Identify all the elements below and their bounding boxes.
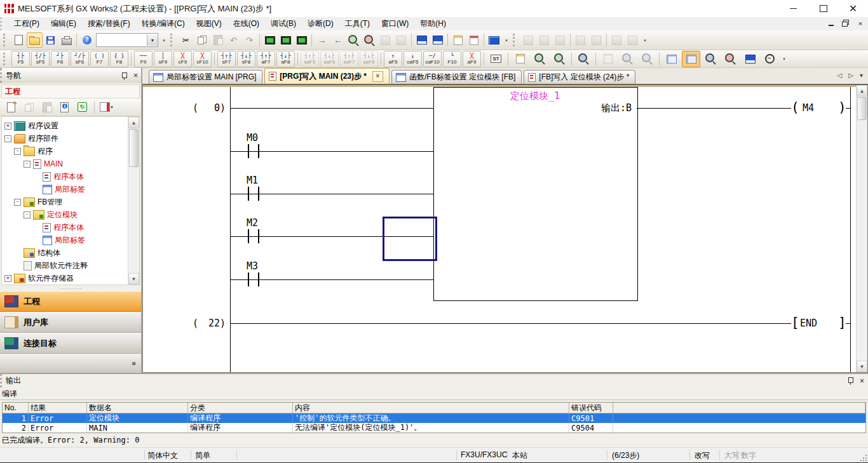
tree-item-0[interactable]: +程序设置 xyxy=(2,119,139,132)
comment-display-button[interactable] xyxy=(450,32,466,48)
device-batch-monitor-button[interactable] xyxy=(430,32,445,48)
ladder-editor-canvas[interactable]: ▲ ▼ B:启动M0B:输入1M1B:输入2M2B:输入3M3B:输入4(0)定… xyxy=(142,84,868,373)
contact-symbol[interactable] xyxy=(248,144,259,158)
document-tab-3[interactable]: [FB]写入 定位模块 (24)步 * xyxy=(524,70,635,84)
ladder-symbol-sF6-button[interactable]: ┘/├sF6 xyxy=(71,51,89,67)
note-edit-button[interactable] xyxy=(638,51,656,67)
paste-button[interactable] xyxy=(210,32,226,48)
tree-item-10[interactable]: 结构体 xyxy=(2,246,139,259)
tree-scrollbar[interactable]: ▲ ▼ xyxy=(128,117,139,285)
open-project-button[interactable] xyxy=(27,32,43,48)
refresh-button[interactable]: ↻ xyxy=(74,100,90,115)
ladder-symbol-F8-button[interactable]: { }F8 xyxy=(110,51,128,67)
ladder-symbol-sF7-button[interactable]: ┤↑├sF7 xyxy=(217,51,236,67)
ladder-symbol-F10-button[interactable]: └F10 xyxy=(443,51,461,67)
tree-item-12[interactable]: +软元件存储器 xyxy=(2,272,139,285)
tree-item-4[interactable]: 程序本体 xyxy=(2,170,139,183)
menu-item-0[interactable]: 工程(P) xyxy=(8,17,45,30)
device-display-button[interactable] xyxy=(414,32,430,48)
scroll-thumb[interactable] xyxy=(129,129,139,167)
new-data-button[interactable] xyxy=(3,100,19,115)
inline-st-button[interactable]: ST xyxy=(487,51,505,67)
tree-toggle-icon[interactable]: - xyxy=(14,199,21,206)
toolbar-grip[interactable] xyxy=(513,34,519,46)
panel-splitter[interactable]: ········· xyxy=(0,285,141,291)
scroll-thumb[interactable] xyxy=(857,97,867,120)
copy-button[interactable] xyxy=(194,32,210,48)
menu-item-10[interactable]: 帮助(H) xyxy=(414,17,452,30)
write-mode-button[interactable] xyxy=(550,51,569,67)
monitor-write-button[interactable] xyxy=(377,32,393,48)
contact-symbol[interactable] xyxy=(248,272,259,286)
ladder-symbol-F7-button[interactable]: ( )F7 xyxy=(90,51,109,67)
ladder-symbol-saF8-button[interactable]: ┤↓├saF8 xyxy=(360,51,378,67)
ladder-symbol-aF9-button[interactable]: ╳aF9 xyxy=(463,51,481,67)
mdi-minimize-button[interactable] xyxy=(827,19,836,27)
menu-item-4[interactable]: 视图(V) xyxy=(191,17,227,30)
toolbar-overflow-icon[interactable]: ▾ xyxy=(159,33,168,47)
ladder-symbol-saF7-button[interactable]: ┤↑├saF7 xyxy=(340,51,358,67)
read-mode-button[interactable] xyxy=(531,51,549,67)
close-icon[interactable]: × xyxy=(860,377,864,385)
ladder-symbol-caF5-button[interactable]: ↓caF5 xyxy=(403,51,422,67)
tab-scroll-left-icon[interactable]: ◁ xyxy=(837,72,843,79)
chevron-down-icon[interactable]: ▼ xyxy=(147,34,158,46)
tree-item-7[interactable]: -定位模块 xyxy=(2,208,139,221)
scroll-down-icon[interactable]: ▼ xyxy=(857,361,867,372)
device-monitor-button[interactable] xyxy=(294,32,309,48)
menu-item-9[interactable]: 窗口(W) xyxy=(376,17,414,30)
menu-item-8[interactable]: 工具(T) xyxy=(339,17,376,30)
ladder-symbol-sF5-button[interactable]: ┤/├sF5 xyxy=(31,51,50,67)
tree-toggle-icon[interactable]: - xyxy=(14,148,21,155)
tree-toggle-icon[interactable]: - xyxy=(24,161,31,168)
ladder-symbol-aF7-button[interactable]: ┤↑├aF7 xyxy=(257,51,275,67)
stack-more-button[interactable]: » xyxy=(0,354,141,373)
statement-display-button[interactable] xyxy=(466,32,482,48)
toolbar-overflow-icon[interactable]: ▾ xyxy=(780,52,789,66)
ladder-block-button[interactable] xyxy=(574,51,593,67)
menu-item-3[interactable]: 转换/编译(C) xyxy=(136,17,191,30)
cut-button[interactable]: ✂ xyxy=(178,32,194,48)
tree-item-6[interactable]: -FB管理 xyxy=(2,196,139,208)
ladder-symbol-cF10-button[interactable]: ╳cF10 xyxy=(193,51,212,67)
multiple-windows-button[interactable] xyxy=(486,32,502,48)
find-coil-button[interactable] xyxy=(721,51,740,67)
minimize-button[interactable] xyxy=(778,0,808,17)
tab-scroll-right-icon[interactable]: ▷ xyxy=(848,72,853,79)
document-tab-1[interactable]: [PRG]写入 MAIN (23)步 *× xyxy=(264,68,390,84)
tree-toggle-icon[interactable]: - xyxy=(24,211,31,218)
find-contact-button[interactable] xyxy=(702,51,720,67)
tree-item-8[interactable]: 程序本体 xyxy=(2,221,139,234)
ladder-symbol-sF8-button[interactable]: ┤↓├sF8 xyxy=(237,51,255,67)
ladder-symbol-saF6-button[interactable]: ┤↓├saF6 xyxy=(320,51,339,67)
step-execution-button[interactable] xyxy=(520,32,536,48)
tree-toggle-icon[interactable]: - xyxy=(4,135,11,142)
document-tab-0[interactable]: 局部标签设置 MAIN [PRG] xyxy=(149,70,262,84)
tree-item-2[interactable]: -程序 xyxy=(2,145,139,158)
stack-button-item[interactable]: 连接目标 xyxy=(0,333,141,354)
resize-grip[interactable] xyxy=(860,455,867,461)
monitor-read-button[interactable] xyxy=(393,32,409,48)
stack-button-active[interactable]: 工程 xyxy=(0,291,141,312)
function-block[interactable] xyxy=(433,87,638,301)
contact-symbol[interactable] xyxy=(248,187,259,201)
tree-item-1[interactable]: -程序部件 xyxy=(2,132,139,145)
ladder-symbol-aF8-button[interactable]: ┤↓├aF8 xyxy=(276,51,295,67)
menu-item-7[interactable]: 诊断(D) xyxy=(302,17,339,30)
menu-item-6[interactable]: 调试(B) xyxy=(265,17,302,30)
ladder-symbol-F5-button[interactable]: ┤├F5 xyxy=(11,51,30,67)
toolbar-grip[interactable] xyxy=(170,34,176,46)
device-memory-button[interactable] xyxy=(278,32,294,48)
tree-item-3[interactable]: -MAIN xyxy=(2,158,139,170)
tree-toggle-icon[interactable]: + xyxy=(4,123,11,130)
tree-item-9[interactable]: 局部标签 xyxy=(2,234,139,246)
ladder-symbol-aF5-button[interactable]: ↑aF5 xyxy=(384,51,402,67)
undo-button[interactable]: ↶ xyxy=(226,32,241,48)
close-icon[interactable]: × xyxy=(133,72,138,79)
track-edit-button[interactable] xyxy=(682,51,700,67)
menu-item-2[interactable]: 搜索/替换(F) xyxy=(82,17,136,30)
edit-cursor[interactable] xyxy=(383,217,437,261)
menu-item-5[interactable]: 在线(O) xyxy=(227,17,265,30)
toolbar-grip[interactable] xyxy=(3,53,9,65)
breakpoint-set-button[interactable] xyxy=(573,32,588,48)
